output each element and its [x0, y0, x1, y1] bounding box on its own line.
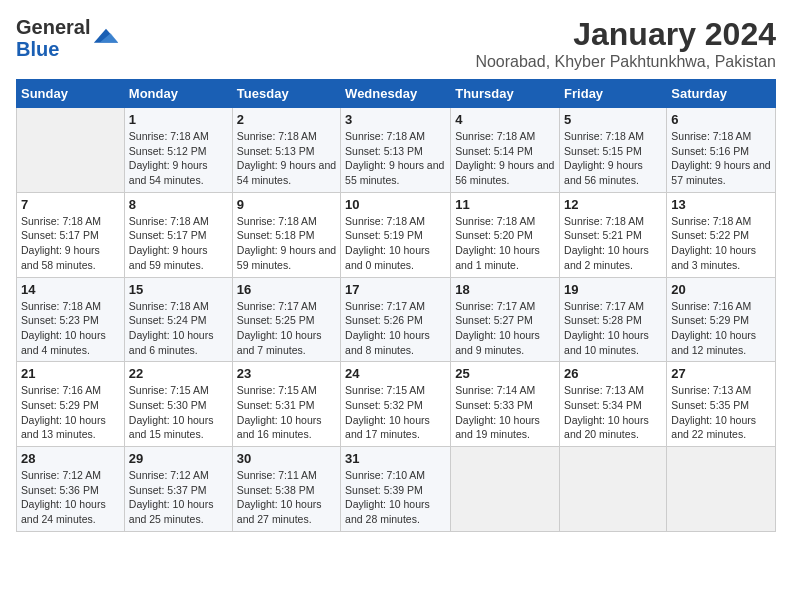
title-block: January 2024 Noorabad, Khyber Pakhtunkhw…: [475, 16, 776, 71]
column-header-wednesday: Wednesday: [341, 80, 451, 108]
day-number: 27: [671, 366, 771, 381]
header-row: SundayMondayTuesdayWednesdayThursdayFrid…: [17, 80, 776, 108]
day-cell: [560, 447, 667, 532]
week-row-4: 21Sunrise: 7:16 AMSunset: 5:29 PMDayligh…: [17, 362, 776, 447]
day-info: Sunrise: 7:15 AMSunset: 5:30 PMDaylight:…: [129, 383, 228, 442]
day-cell: 31Sunrise: 7:10 AMSunset: 5:39 PMDayligh…: [341, 447, 451, 532]
day-number: 13: [671, 197, 771, 212]
day-info: Sunrise: 7:16 AMSunset: 5:29 PMDaylight:…: [671, 299, 771, 358]
day-info: Sunrise: 7:18 AMSunset: 5:23 PMDaylight:…: [21, 299, 120, 358]
day-info: Sunrise: 7:17 AMSunset: 5:26 PMDaylight:…: [345, 299, 446, 358]
day-info: Sunrise: 7:18 AMSunset: 5:20 PMDaylight:…: [455, 214, 555, 273]
day-number: 16: [237, 282, 336, 297]
day-number: 12: [564, 197, 662, 212]
day-info: Sunrise: 7:18 AMSunset: 5:15 PMDaylight:…: [564, 129, 662, 188]
day-cell: 20Sunrise: 7:16 AMSunset: 5:29 PMDayligh…: [667, 277, 776, 362]
logo-icon: [92, 24, 120, 52]
day-number: 14: [21, 282, 120, 297]
logo-blue-text: Blue: [16, 38, 59, 60]
day-number: 21: [21, 366, 120, 381]
day-info: Sunrise: 7:18 AMSunset: 5:12 PMDaylight:…: [129, 129, 228, 188]
day-cell: [451, 447, 560, 532]
day-cell: 17Sunrise: 7:17 AMSunset: 5:26 PMDayligh…: [341, 277, 451, 362]
day-number: 4: [455, 112, 555, 127]
day-info: Sunrise: 7:12 AMSunset: 5:37 PMDaylight:…: [129, 468, 228, 527]
day-number: 8: [129, 197, 228, 212]
day-info: Sunrise: 7:18 AMSunset: 5:13 PMDaylight:…: [345, 129, 446, 188]
day-number: 30: [237, 451, 336, 466]
day-info: Sunrise: 7:13 AMSunset: 5:35 PMDaylight:…: [671, 383, 771, 442]
day-cell: 8Sunrise: 7:18 AMSunset: 5:17 PMDaylight…: [124, 192, 232, 277]
day-cell: 1Sunrise: 7:18 AMSunset: 5:12 PMDaylight…: [124, 108, 232, 193]
day-info: Sunrise: 7:13 AMSunset: 5:34 PMDaylight:…: [564, 383, 662, 442]
day-cell: [667, 447, 776, 532]
page-header: GeneralBlue January 2024 Noorabad, Khybe…: [16, 16, 776, 71]
day-number: 31: [345, 451, 446, 466]
day-number: 28: [21, 451, 120, 466]
main-title: January 2024: [475, 16, 776, 53]
day-info: Sunrise: 7:18 AMSunset: 5:19 PMDaylight:…: [345, 214, 446, 273]
day-number: 3: [345, 112, 446, 127]
day-cell: 2Sunrise: 7:18 AMSunset: 5:13 PMDaylight…: [232, 108, 340, 193]
day-number: 22: [129, 366, 228, 381]
day-cell: 26Sunrise: 7:13 AMSunset: 5:34 PMDayligh…: [560, 362, 667, 447]
day-cell: 24Sunrise: 7:15 AMSunset: 5:32 PMDayligh…: [341, 362, 451, 447]
day-cell: 19Sunrise: 7:17 AMSunset: 5:28 PMDayligh…: [560, 277, 667, 362]
day-number: 1: [129, 112, 228, 127]
day-cell: 9Sunrise: 7:18 AMSunset: 5:18 PMDaylight…: [232, 192, 340, 277]
day-cell: 10Sunrise: 7:18 AMSunset: 5:19 PMDayligh…: [341, 192, 451, 277]
day-cell: 13Sunrise: 7:18 AMSunset: 5:22 PMDayligh…: [667, 192, 776, 277]
day-info: Sunrise: 7:17 AMSunset: 5:27 PMDaylight:…: [455, 299, 555, 358]
day-number: 18: [455, 282, 555, 297]
day-cell: 4Sunrise: 7:18 AMSunset: 5:14 PMDaylight…: [451, 108, 560, 193]
column-header-monday: Monday: [124, 80, 232, 108]
day-cell: 16Sunrise: 7:17 AMSunset: 5:25 PMDayligh…: [232, 277, 340, 362]
day-cell: [17, 108, 125, 193]
day-cell: 11Sunrise: 7:18 AMSunset: 5:20 PMDayligh…: [451, 192, 560, 277]
day-number: 10: [345, 197, 446, 212]
day-cell: 6Sunrise: 7:18 AMSunset: 5:16 PMDaylight…: [667, 108, 776, 193]
day-cell: 21Sunrise: 7:16 AMSunset: 5:29 PMDayligh…: [17, 362, 125, 447]
day-number: 23: [237, 366, 336, 381]
day-number: 19: [564, 282, 662, 297]
day-cell: 18Sunrise: 7:17 AMSunset: 5:27 PMDayligh…: [451, 277, 560, 362]
day-info: Sunrise: 7:18 AMSunset: 5:21 PMDaylight:…: [564, 214, 662, 273]
day-info: Sunrise: 7:16 AMSunset: 5:29 PMDaylight:…: [21, 383, 120, 442]
week-row-1: 1Sunrise: 7:18 AMSunset: 5:12 PMDaylight…: [17, 108, 776, 193]
day-info: Sunrise: 7:17 AMSunset: 5:28 PMDaylight:…: [564, 299, 662, 358]
day-cell: 14Sunrise: 7:18 AMSunset: 5:23 PMDayligh…: [17, 277, 125, 362]
day-cell: 12Sunrise: 7:18 AMSunset: 5:21 PMDayligh…: [560, 192, 667, 277]
day-info: Sunrise: 7:17 AMSunset: 5:25 PMDaylight:…: [237, 299, 336, 358]
day-number: 26: [564, 366, 662, 381]
week-row-2: 7Sunrise: 7:18 AMSunset: 5:17 PMDaylight…: [17, 192, 776, 277]
day-info: Sunrise: 7:18 AMSunset: 5:17 PMDaylight:…: [21, 214, 120, 273]
column-header-tuesday: Tuesday: [232, 80, 340, 108]
subtitle: Noorabad, Khyber Pakhtunkhwa, Pakistan: [475, 53, 776, 71]
day-info: Sunrise: 7:18 AMSunset: 5:16 PMDaylight:…: [671, 129, 771, 188]
day-number: 9: [237, 197, 336, 212]
day-info: Sunrise: 7:10 AMSunset: 5:39 PMDaylight:…: [345, 468, 446, 527]
day-info: Sunrise: 7:12 AMSunset: 5:36 PMDaylight:…: [21, 468, 120, 527]
day-cell: 5Sunrise: 7:18 AMSunset: 5:15 PMDaylight…: [560, 108, 667, 193]
day-info: Sunrise: 7:15 AMSunset: 5:31 PMDaylight:…: [237, 383, 336, 442]
logo-text: GeneralBlue: [16, 16, 90, 60]
day-number: 25: [455, 366, 555, 381]
day-number: 11: [455, 197, 555, 212]
day-cell: 23Sunrise: 7:15 AMSunset: 5:31 PMDayligh…: [232, 362, 340, 447]
day-cell: 25Sunrise: 7:14 AMSunset: 5:33 PMDayligh…: [451, 362, 560, 447]
day-info: Sunrise: 7:11 AMSunset: 5:38 PMDaylight:…: [237, 468, 336, 527]
day-cell: 7Sunrise: 7:18 AMSunset: 5:17 PMDaylight…: [17, 192, 125, 277]
day-info: Sunrise: 7:14 AMSunset: 5:33 PMDaylight:…: [455, 383, 555, 442]
column-header-friday: Friday: [560, 80, 667, 108]
day-cell: 22Sunrise: 7:15 AMSunset: 5:30 PMDayligh…: [124, 362, 232, 447]
day-number: 6: [671, 112, 771, 127]
day-number: 24: [345, 366, 446, 381]
day-number: 7: [21, 197, 120, 212]
day-info: Sunrise: 7:18 AMSunset: 5:24 PMDaylight:…: [129, 299, 228, 358]
calendar-table: SundayMondayTuesdayWednesdayThursdayFrid…: [16, 79, 776, 532]
day-cell: 29Sunrise: 7:12 AMSunset: 5:37 PMDayligh…: [124, 447, 232, 532]
day-number: 15: [129, 282, 228, 297]
column-header-sunday: Sunday: [17, 80, 125, 108]
day-number: 2: [237, 112, 336, 127]
day-info: Sunrise: 7:18 AMSunset: 5:13 PMDaylight:…: [237, 129, 336, 188]
